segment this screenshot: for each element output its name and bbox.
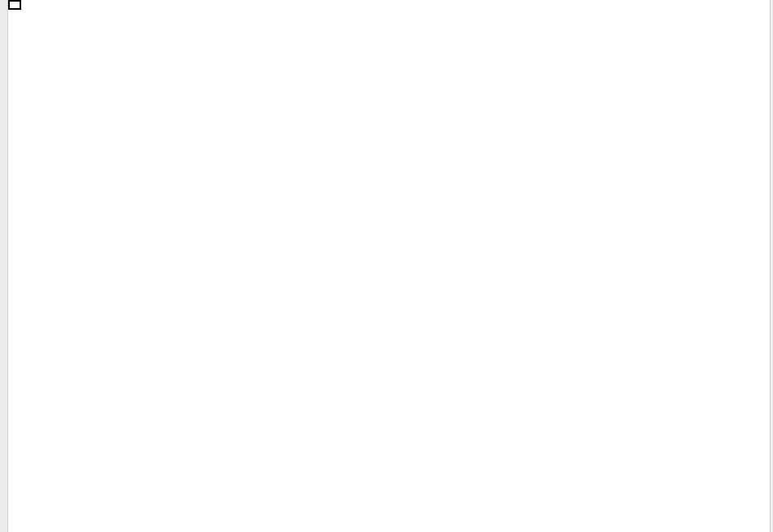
remarks-box <box>8 0 21 10</box>
vertical-scrollbar[interactable] <box>770 0 773 532</box>
remarks-heading <box>10 2 20 8</box>
sheet-content <box>8 0 773 532</box>
row-header-column <box>0 0 8 532</box>
